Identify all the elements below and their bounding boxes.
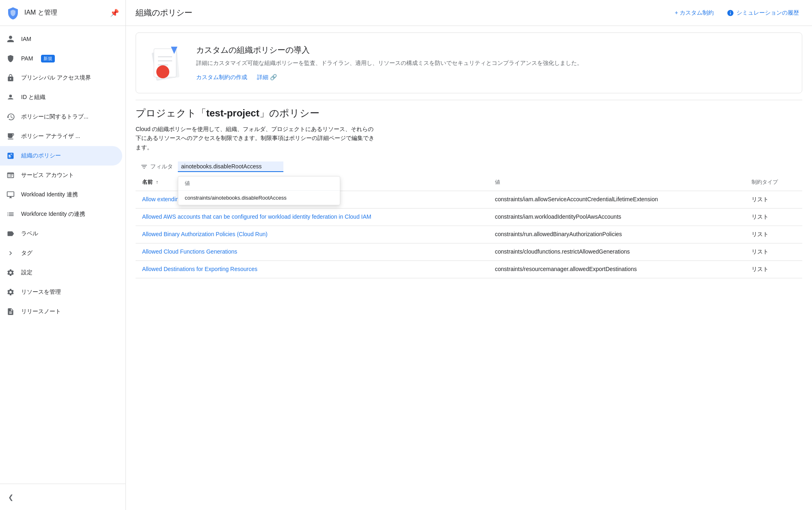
project-name: test-project — [206, 108, 259, 118]
simulation-history-btn[interactable]: シミュレーションの履歴 — [723, 7, 802, 19]
workload-identity-icon — [6, 191, 15, 199]
sidebar-collapse-btn[interactable]: ❮ — [0, 487, 122, 507]
sidebar-item-labels-label: ラベル — [21, 230, 38, 237]
service-account-icon — [6, 171, 15, 179]
filter-row: フィルタ 値 constraints/ainotebooks.disableRo… — [136, 160, 802, 174]
svg-point-0 — [9, 95, 12, 97]
sidebar-item-labels[interactable]: ラベル — [0, 224, 122, 243]
sidebar-item-principal-access[interactable]: プリンシパル アクセス境界 — [0, 68, 122, 88]
sidebar-item-pam[interactable]: PAM 新規 — [0, 49, 122, 68]
filter-input[interactable] — [178, 161, 283, 172]
policy-link-2[interactable]: Allowed Binary Authorization Policies (C… — [142, 231, 268, 237]
sidebar-item-settings[interactable]: 設定 — [0, 263, 122, 282]
sidebar-item-settings-label: 設定 — [21, 269, 32, 276]
filter-label-area: フィルタ — [136, 160, 178, 174]
svg-point-8 — [156, 65, 169, 78]
principal-access-icon — [6, 74, 15, 82]
filter-label-text: フィルタ — [150, 163, 173, 170]
topbar: 組織のポリシー + カスタム制約 シミュレーションの履歴 — [126, 0, 812, 26]
sidebar-item-release-notes[interactable]: リリースノート — [0, 302, 122, 321]
release-notes-icon — [6, 308, 15, 316]
col-type-header: 制約タイプ — [745, 174, 802, 191]
banner-heading: カスタムの組織ポリシーの導入 — [196, 45, 583, 56]
policy-link-3[interactable]: Allowed Cloud Functions Generations — [142, 248, 237, 255]
dropdown-header: 値 — [178, 176, 340, 191]
sidebar-item-id-org[interactable]: ID と組織 — [0, 88, 122, 107]
constraint-value-0: constraints/iam.allowServiceAccountCrede… — [488, 191, 745, 209]
iam-icon — [6, 35, 15, 43]
sidebar-item-id-org-label: ID と組織 — [21, 94, 45, 101]
type-badge-2: リスト — [745, 226, 802, 243]
sidebar-item-org-policy-label: 組織のポリシー — [21, 152, 61, 159]
banner-section: カスタムの組織ポリシーの導入 詳細にカスタマイズ可能な組織ポリシーを監査、ドライ… — [136, 32, 802, 93]
sidebar-item-principal-access-label: プリンシパル アクセス境界 — [21, 74, 91, 82]
sidebar-item-workload-identity-label: Workload Identity 連携 — [21, 191, 78, 198]
settings-icon — [6, 269, 15, 277]
policy-section: プロジェクト「test-project」のポリシー Cloud の組織ポリシーを… — [126, 107, 812, 288]
sidebar-item-iam[interactable]: IAM — [0, 29, 122, 49]
banner-links: カスタム制約の作成 詳細 🔗 — [196, 74, 583, 81]
dropdown-item-0[interactable]: constraints/ainotebooks.disableRootAcces… — [178, 191, 340, 205]
type-badge-3: リスト — [745, 243, 802, 261]
type-badge-4: リスト — [745, 261, 802, 278]
id-org-icon — [6, 93, 15, 101]
sidebar-item-workforce-identity-label: Workforce Identity の連携 — [21, 211, 85, 218]
collapse-icon: ❮ — [6, 493, 15, 501]
policy-link-1[interactable]: Allowed AWS accounts that can be configu… — [142, 213, 371, 220]
sidebar-bottom: ❮ — [0, 484, 125, 510]
banner-description: 詳細にカスタマイズ可能な組織ポリシーを監査、ドライラン、適用し、リソースの構成ミ… — [196, 59, 583, 67]
table-row: Allowed Destinations for Exporting Resou… — [136, 261, 802, 278]
policy-description: Cloud の組織ポリシーを使用して、組織、フォルダ、プロジェクトにあるリソース… — [136, 125, 379, 152]
sidebar-item-service-account-label: サービス アカウント — [21, 172, 74, 179]
create-custom-constraint-link[interactable]: カスタム制約の作成 — [196, 74, 247, 81]
filter-icon — [140, 163, 148, 170]
workforce-identity-icon — [6, 210, 15, 218]
simulation-label: シミュレーションの履歴 — [736, 9, 799, 17]
sidebar-item-policy-analyzer-label: ポリシー アナライザ ... — [21, 133, 80, 140]
sidebar-title: IAM と管理 — [24, 9, 105, 17]
pam-badge: 新規 — [41, 55, 55, 62]
constraint-value-3: constraints/cloudfunctions.restrictAllow… — [488, 243, 745, 261]
constraint-value-2: constraints/run.allowedBinaryAuthorizati… — [488, 226, 745, 243]
sidebar-item-policy-analyzer[interactable]: ポリシー アナライザ ... — [0, 127, 122, 146]
sidebar-item-policy-trouble[interactable]: ポリシーに関するトラブ... — [0, 107, 122, 127]
policy-trouble-icon — [6, 113, 15, 121]
sidebar-item-policy-trouble-label: ポリシーに関するトラブ... — [21, 113, 89, 121]
detail-link[interactable]: 詳細 🔗 — [257, 74, 277, 81]
sidebar-item-org-policy[interactable]: 組織のポリシー — [0, 146, 122, 166]
type-badge-0: リスト — [745, 191, 802, 209]
pin-icon[interactable]: 📌 — [110, 9, 119, 17]
labels-icon — [6, 230, 15, 238]
sidebar-header: IAM と管理 📌 — [0, 0, 125, 26]
pam-icon — [6, 54, 15, 62]
banner-illustration — [146, 43, 186, 83]
topbar-actions: + カスタム制約 シミュレーションの履歴 — [672, 7, 802, 19]
tags-icon — [6, 249, 15, 257]
policy-link-4[interactable]: Allowed Destinations for Exporting Resou… — [142, 266, 257, 272]
banner-image — [146, 43, 186, 83]
sidebar-item-iam-label: IAM — [21, 36, 31, 42]
sidebar-item-tags-label: タグ — [21, 250, 32, 257]
simulation-icon — [727, 9, 734, 17]
heading-suffix: 」のポリシー — [259, 108, 320, 118]
table-row: Allowed Cloud Functions Generations cons… — [136, 243, 802, 261]
col-value-header: 値 — [488, 174, 745, 191]
resource-manage-icon — [6, 288, 15, 296]
table-row: Allowed Binary Authorization Policies (C… — [136, 226, 802, 243]
sidebar-item-workload-identity[interactable]: Workload Identity 連携 — [0, 185, 122, 204]
custom-constraint-btn[interactable]: + カスタム制約 — [672, 7, 717, 19]
page-title: 組織のポリシー — [136, 7, 192, 18]
main-content: 組織のポリシー + カスタム制約 シミュレーションの履歴 — [126, 0, 812, 510]
banner-text: カスタムの組織ポリシーの導入 詳細にカスタマイズ可能な組織ポリシーを監査、ドライ… — [196, 45, 583, 81]
filter-dropdown: 値 constraints/ainotebooks.disableRootAcc… — [178, 176, 340, 205]
sort-up-icon: ↑ — [156, 179, 158, 185]
sidebar-item-workforce-identity[interactable]: Workforce Identity の連携 — [0, 204, 122, 224]
filter-input-container: 値 constraints/ainotebooks.disableRootAcc… — [178, 161, 283, 172]
sidebar-item-release-notes-label: リリースノート — [21, 308, 61, 315]
sidebar-item-service-account[interactable]: サービス アカウント — [0, 166, 122, 185]
sidebar-nav: IAM PAM 新規 プリンシパル アクセス境界 ID と組織 — [0, 26, 125, 484]
constraint-value-4: constraints/resourcemanager.allowedExpor… — [488, 261, 745, 278]
sidebar-item-tags[interactable]: タグ — [0, 243, 122, 263]
sidebar-item-resource-manage[interactable]: リソースを管理 — [0, 282, 122, 302]
policy-heading: プロジェクト「test-project」のポリシー — [136, 107, 802, 120]
